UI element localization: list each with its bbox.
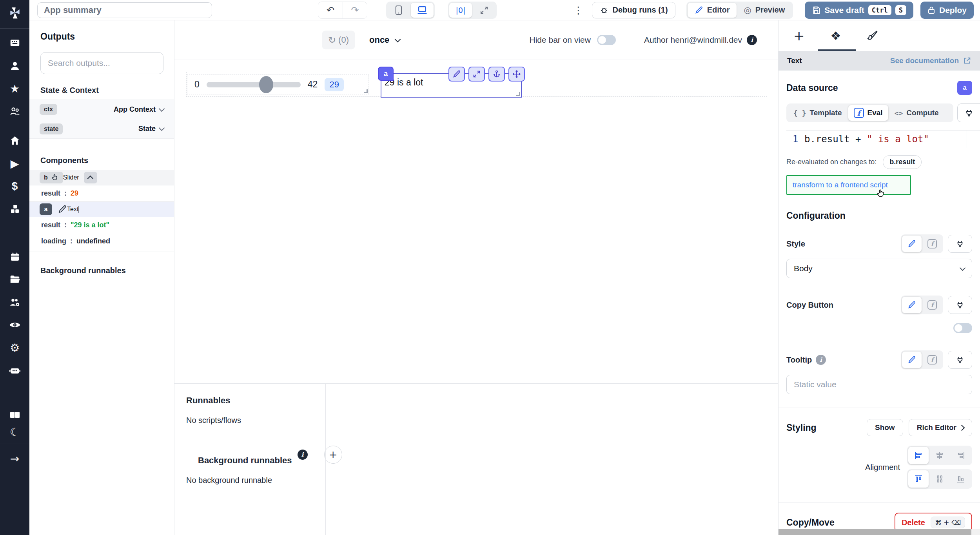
eval-mode-button[interactable]: f	[922, 352, 942, 368]
expand-canvas-button[interactable]	[473, 3, 495, 18]
slider-handle[interactable]	[259, 76, 273, 93]
robot-icon[interactable]	[0, 359, 29, 382]
cubes-icon[interactable]	[0, 198, 29, 220]
text-loading-row[interactable]: loading : undefined	[29, 233, 174, 252]
eye-icon[interactable]	[0, 314, 29, 336]
more-menu-button[interactable]: ⋮	[571, 4, 586, 16]
scrollbar-thumb[interactable]	[779, 529, 971, 535]
books-icon[interactable]	[0, 406, 29, 423]
kbd-s: S	[895, 5, 906, 15]
edit-id-icon[interactable]	[58, 205, 67, 214]
device-mode-group	[386, 2, 435, 19]
app-summary-input[interactable]	[37, 2, 212, 18]
compute-tab[interactable]: <> Compute	[889, 105, 944, 121]
resize-handle[interactable]	[516, 92, 520, 96]
hide-bar-label: Hide bar on view	[529, 35, 590, 45]
code-editor[interactable]: 1 b.result + " is a lot"	[786, 130, 980, 148]
align-center-h-button[interactable]	[929, 447, 950, 464]
align-top-button[interactable]	[908, 470, 929, 488]
search-outputs-input[interactable]	[40, 52, 163, 74]
calendar-icon[interactable]	[0, 245, 29, 268]
info-icon[interactable]: i	[298, 450, 308, 460]
undo-button[interactable]: ↶	[318, 2, 343, 18]
align-bottom-button[interactable]	[951, 470, 971, 488]
anchor-component-button[interactable]	[488, 67, 505, 82]
template-tab[interactable]: { } Template	[788, 105, 848, 121]
static-edit-button[interactable]	[902, 236, 922, 252]
redo-button[interactable]: ↷	[343, 2, 367, 18]
move-component-button[interactable]	[508, 67, 525, 82]
tooltip-input[interactable]	[786, 375, 972, 394]
moon-icon[interactable]: ☾	[0, 423, 29, 441]
dollar-icon[interactable]: $	[0, 175, 29, 198]
slider-result-row[interactable]: result : 29	[29, 185, 174, 201]
prop-colon: :	[70, 237, 73, 245]
gear-icon[interactable]: ⚙	[0, 336, 29, 359]
see-documentation-link[interactable]: See documentation	[890, 56, 971, 65]
refresh-button[interactable]: ↻ (0)	[322, 31, 355, 49]
folder-icon[interactable]	[0, 268, 29, 291]
components-heading: Components	[40, 156, 174, 165]
collapse-slider-button[interactable]	[84, 172, 97, 183]
rich-editor-button[interactable]: Rich Editor	[909, 419, 972, 436]
component-row-slider[interactable]: b Slider	[29, 170, 174, 185]
play-icon[interactable]: ▶	[0, 152, 29, 175]
static-edit-button[interactable]	[902, 352, 922, 368]
team-icon[interactable]	[0, 291, 29, 314]
editor-preview-group: Editor ◎ Preview	[686, 2, 793, 19]
ctx-row[interactable]: ctx App Context	[29, 100, 174, 119]
connect-plug-button[interactable]	[948, 351, 972, 369]
eval-tab[interactable]: f Eval	[848, 105, 888, 121]
home-icon[interactable]	[0, 129, 29, 152]
insert-component-tab[interactable]: +	[793, 28, 805, 44]
expand-component-button[interactable]	[468, 67, 485, 82]
style-select[interactable]: Body	[786, 259, 972, 278]
see-documentation-label: See documentation	[890, 56, 959, 65]
align-middle-button[interactable]	[929, 470, 950, 488]
connect-plug-button[interactable]	[957, 103, 980, 122]
center-canvas-button[interactable]: |0|	[449, 3, 472, 18]
app-window-icon[interactable]	[0, 32, 29, 54]
save-icon	[812, 6, 820, 15]
align-left-button[interactable]	[908, 447, 929, 464]
save-draft-button[interactable]: Save draft CtrlS	[805, 2, 913, 19]
rail-divider	[0, 126, 29, 126]
horizontal-scrollbar[interactable]	[779, 529, 980, 535]
hide-bar-toggle[interactable]	[597, 35, 616, 45]
dependency-chip[interactable]: b.result	[883, 155, 922, 169]
edit-component-button[interactable]	[448, 67, 465, 82]
editor-tab[interactable]: Editor	[688, 3, 737, 18]
user-icon[interactable]	[0, 54, 29, 77]
text-result-row[interactable]: result : "29 is a lot"	[29, 217, 174, 233]
debug-runs-button[interactable]: Debug runs (1)	[592, 2, 675, 18]
info-icon[interactable]: i	[816, 355, 826, 365]
star-icon[interactable]: ★	[0, 77, 29, 100]
info-icon[interactable]: i	[747, 35, 757, 45]
preview-tab[interactable]: ◎ Preview	[737, 3, 792, 18]
windmill-logo[interactable]	[7, 5, 23, 21]
global-styling-tab[interactable]	[867, 30, 878, 42]
collapse-arrow-icon[interactable]: →	[0, 447, 29, 470]
users-icon[interactable]	[0, 100, 29, 123]
slider-component[interactable]: 0 42 29	[187, 74, 369, 94]
schedule-dropdown[interactable]: once	[369, 35, 400, 45]
add-background-runnable-button[interactable]: +	[324, 446, 342, 464]
transform-to-frontend-script-link[interactable]: transform to a frontend script	[793, 181, 888, 189]
static-edit-button[interactable]	[902, 297, 922, 313]
component-row-text[interactable]: a Text	[29, 201, 174, 217]
state-row[interactable]: state State	[29, 119, 174, 139]
resize-handle[interactable]	[364, 89, 368, 93]
deploy-button[interactable]: Deploy	[920, 2, 974, 19]
app-canvas[interactable]: ↻ (0) once Hide bar on view Author henri…	[174, 20, 778, 383]
desktop-mode-button[interactable]	[411, 3, 434, 18]
component-settings-tab[interactable]: ❖	[831, 29, 841, 43]
slider-track[interactable]	[207, 82, 301, 87]
eval-mode-button[interactable]: f	[922, 297, 942, 313]
eval-mode-button[interactable]: f	[922, 236, 942, 252]
connect-plug-button[interactable]	[948, 235, 972, 253]
copy-button-toggle[interactable]	[953, 323, 972, 333]
align-right-button[interactable]	[951, 447, 971, 464]
styling-show-button[interactable]: Show	[867, 419, 903, 436]
mobile-mode-button[interactable]	[387, 3, 410, 18]
connect-plug-button[interactable]	[948, 296, 972, 314]
